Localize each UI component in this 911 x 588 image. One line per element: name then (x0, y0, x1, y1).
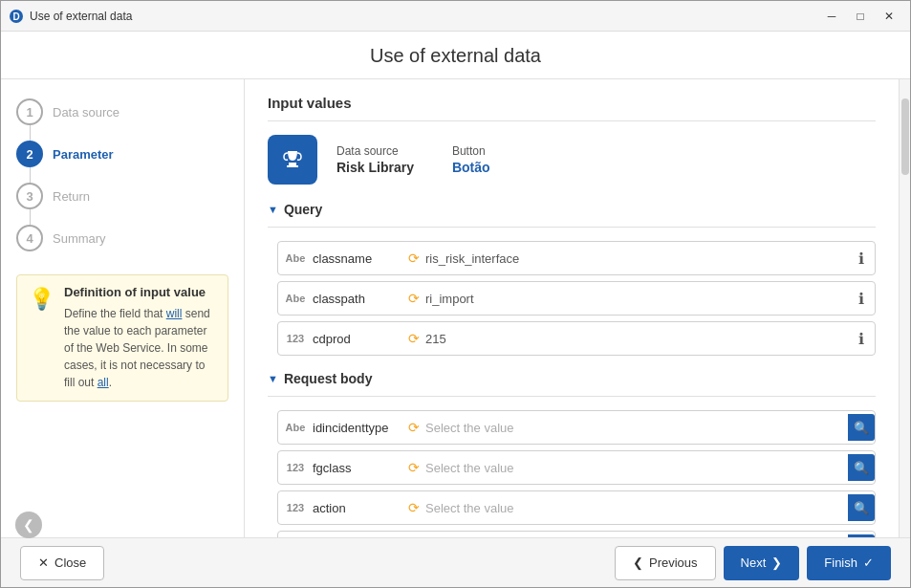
svg-rect-2 (289, 163, 296, 165)
close-icon: ✕ (38, 555, 49, 570)
query-section-header[interactable]: ▼ Query (268, 202, 876, 217)
query-params: Abe classname ⟳ ris_risk_interface ℹ Abe… (268, 241, 876, 356)
param-type-classpath: Abe (278, 293, 313, 304)
request-body-divider (268, 396, 876, 397)
param-row-classpath: Abe classpath ⟳ ri_import ℹ (277, 281, 876, 316)
maximize-button[interactable]: □ (847, 6, 874, 27)
step-circle-4: 4 (16, 225, 43, 251)
step-circle-2: 2 (16, 141, 43, 167)
scrollbar[interactable] (899, 79, 910, 537)
step-label-datasource: Data source (53, 105, 119, 120)
query-divider (268, 227, 876, 228)
finish-icon: ✓ (863, 555, 874, 570)
input-values-title: Input values (268, 95, 876, 111)
request-body-section-label: Request body (284, 371, 373, 386)
param-name-cdprod: cdprod (313, 332, 408, 346)
previous-button[interactable]: ❮ Previous (615, 546, 716, 580)
step-circle-3: 3 (16, 183, 43, 209)
step-label-parameter: Parameter (53, 147, 114, 162)
window-close-button[interactable]: ✕ (876, 6, 902, 27)
step-item-summary[interactable]: 4 Summary (16, 225, 228, 251)
param-name-action: action (313, 501, 408, 515)
main-window: D Use of external data ─ □ ✕ Use of exte… (0, 0, 911, 588)
step-label-return: Return (53, 189, 90, 204)
request-body-arrow-icon: ▼ (268, 373, 278, 384)
sidebar-nav: ❮ (15, 512, 42, 537)
param-row-idteam: Abe idteam ⟳ Select the value 🔍 (277, 531, 876, 537)
step-circle-1: 1 (16, 98, 43, 125)
title-bar-text: Use of external data (30, 10, 818, 23)
param-name-classname: classname (313, 251, 408, 266)
next-icon: ❯ (771, 555, 782, 570)
previous-label: Previous (649, 555, 698, 570)
step-label-summary: Summary (53, 231, 106, 246)
finish-button[interactable]: Finish ✓ (807, 546, 891, 580)
param-arrow-cdprod: ⟳ (408, 331, 420, 346)
info-box-text: Define the field that will send the valu… (64, 305, 216, 391)
param-value-classname: ris_risk_interface (425, 251, 848, 266)
scrollbar-thumb[interactable] (901, 98, 909, 175)
next-button[interactable]: Next ❯ (724, 546, 800, 580)
query-arrow-icon: ▼ (268, 204, 278, 215)
param-row-idincidenttype: Abe idincidenttype ⟳ Select the value 🔍 (277, 410, 876, 445)
param-value-cdprod: 215 (425, 332, 848, 346)
param-row-action: 123 action ⟳ Select the value 🔍 (277, 490, 876, 525)
param-row-classname: Abe classname ⟳ ris_risk_interface ℹ (277, 241, 876, 275)
footer: ✕ Close ❮ Previous Next ❯ Finish ✓ (1, 537, 910, 587)
param-name-idincidenttype: idincidenttype (313, 421, 408, 435)
info-text-all: all (98, 376, 109, 389)
ds-source-value: Risk Library (336, 160, 414, 175)
close-label: Close (54, 555, 86, 570)
ds-button-value: Botão (452, 160, 490, 175)
step-item-parameter[interactable]: 2 Parameter (16, 141, 228, 167)
param-arrow-idincidenttype: ⟳ (408, 420, 420, 435)
step-list: 1 Data source 2 Parameter 3 Return (16, 98, 228, 251)
param-search-action[interactable]: 🔍 (848, 494, 875, 521)
content-area: 1 Data source 2 Parameter 3 Return (1, 79, 910, 537)
param-info-cdprod[interactable]: ℹ (848, 325, 875, 352)
step-item-return[interactable]: 3 Return (16, 183, 228, 209)
request-body-params: Abe idincidenttype ⟳ Select the value 🔍 … (268, 410, 876, 537)
param-value-idincidenttype: Select the value (425, 421, 848, 435)
param-search-fgclass[interactable]: 🔍 (848, 454, 875, 481)
finish-label: Finish (824, 555, 857, 570)
minimize-button[interactable]: ─ (818, 6, 845, 27)
sidebar-prev-button[interactable]: ❮ (15, 512, 42, 537)
param-type-classname: Abe (278, 252, 313, 264)
section-divider-top (268, 120, 876, 121)
param-search-idincidenttype[interactable]: 🔍 (848, 414, 875, 441)
param-info-classname[interactable]: ℹ (848, 245, 875, 272)
title-bar: D Use of external data ─ □ ✕ (1, 1, 910, 32)
footer-left: ✕ Close (20, 546, 104, 580)
param-row-fgclass: 123 fgclass ⟳ Select the value 🔍 (277, 450, 876, 485)
param-row-cdprod: 123 cdprod ⟳ 215 ℹ (277, 321, 876, 356)
window-icon: D (9, 9, 24, 24)
window-controls: ─ □ ✕ (818, 6, 902, 27)
param-name-classpath: classpath (313, 292, 408, 306)
datasource-row: Data source Risk Library Button Botão (268, 135, 876, 185)
sidebar: 1 Data source 2 Parameter 3 Return (1, 79, 245, 537)
param-type-action: 123 (278, 502, 313, 513)
param-value-classpath: ri_import (425, 292, 848, 306)
trophy-icon (278, 145, 307, 174)
info-box-title: Definition of input value (64, 285, 216, 299)
datasource-icon (268, 135, 317, 185)
request-body-section-header[interactable]: ▼ Request body (268, 371, 876, 386)
close-button[interactable]: ✕ Close (20, 546, 104, 580)
svg-text:D: D (12, 11, 19, 22)
param-info-classpath[interactable]: ℹ (848, 285, 875, 312)
ds-source-label: Data source (336, 144, 414, 158)
param-type-cdprod: 123 (278, 333, 313, 344)
step-item-datasource[interactable]: 1 Data source (16, 98, 228, 125)
param-type-idincidenttype: Abe (278, 422, 313, 433)
ds-field-button: Button Botão (452, 144, 490, 175)
param-type-fgclass: 123 (278, 462, 313, 473)
ds-field-datasource: Data source Risk Library (336, 144, 414, 175)
info-box: 💡 Definition of input value Define the f… (16, 274, 228, 402)
prev-icon: ❮ (633, 555, 643, 570)
param-arrow-classname: ⟳ (408, 250, 420, 266)
info-box-content: Definition of input value Define the fie… (64, 285, 216, 391)
param-arrow-fgclass: ⟳ (408, 460, 420, 475)
page-title: Use of external data (1, 32, 910, 79)
param-arrow-action: ⟳ (408, 500, 420, 515)
